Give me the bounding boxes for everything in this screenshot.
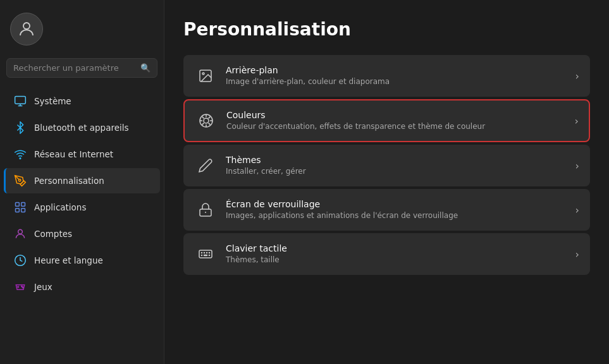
lock-screen-icon (194, 198, 217, 221)
brush-theme-icon (194, 154, 217, 177)
sidebar-label-reseau: Réseau et Internet (34, 149, 113, 159)
bluetooth-icon (14, 121, 27, 134)
item-title-themes: Thèmes (226, 155, 570, 165)
avatar-area (0, 13, 164, 58)
keyboard-icon (194, 243, 217, 265)
svg-rect-7 (22, 203, 25, 207)
image-icon (194, 64, 217, 87)
chevron-right-icon-themes: › (575, 160, 579, 172)
svg-rect-9 (22, 209, 25, 212)
svg-point-17 (202, 73, 204, 75)
item-text-ecran-verrouillage: Écran de verrouillage Images, applicatio… (226, 199, 570, 221)
sidebar-label-systeme: Système (34, 96, 71, 106)
sidebar-label-comptes: Comptes (34, 229, 72, 239)
chevron-right-icon: › (575, 70, 579, 82)
item-desc-ecran-verrouillage: Images, applications et animations de l'… (226, 210, 570, 221)
svg-point-10 (18, 229, 23, 234)
sidebar: 🔍 Système Bluetooth et appareils (0, 0, 164, 364)
item-text-clavier-tactile: Clavier tactile Thèmes, taille (226, 243, 570, 265)
person-icon (14, 228, 27, 240)
settings-list: Arrière-plan Image d'arrière-plan, coule… (183, 55, 590, 275)
sidebar-label-heure: Heure et langue (34, 255, 103, 265)
sidebar-item-reseau[interactable]: Réseau et Internet (4, 142, 160, 167)
settings-item-couleurs[interactable]: Couleurs Couleur d'accentuation, effets … (183, 99, 590, 142)
sidebar-item-comptes[interactable]: Comptes (4, 221, 160, 246)
settings-item-clavier-tactile[interactable]: Clavier tactile Thèmes, taille › (183, 233, 590, 275)
svg-rect-8 (16, 209, 20, 212)
item-desc-arriere-plan: Image d'arrière-plan, couleur et diapora… (226, 76, 570, 87)
item-title-clavier-tactile: Clavier tactile (226, 243, 570, 253)
sidebar-item-personnalisation[interactable]: Personnalisation (4, 168, 160, 193)
item-desc-couleurs: Couleur d'accentuation, effets de transp… (226, 121, 570, 132)
wifi-icon (14, 148, 27, 161)
nav-list: Système Bluetooth et appareils Réseau (0, 88, 164, 364)
svg-rect-22 (199, 250, 212, 258)
svg-rect-6 (16, 203, 20, 207)
gamepad-icon (14, 281, 27, 293)
svg-point-4 (20, 158, 21, 159)
sidebar-item-applications[interactable]: Applications (4, 195, 160, 220)
brush-icon (14, 174, 27, 187)
item-text-themes: Thèmes Installer, créer, gérer (226, 155, 570, 177)
avatar (10, 13, 43, 46)
apps-icon (14, 201, 27, 214)
svg-point-19 (204, 118, 209, 123)
page-title: Personnalisation (183, 19, 590, 40)
settings-item-themes[interactable]: Thèmes Installer, créer, gérer › (183, 145, 590, 186)
settings-item-ecran-verrouillage[interactable]: Écran de verrouillage Images, applicatio… (183, 189, 590, 231)
sidebar-label-personnalisation: Personnalisation (34, 176, 104, 186)
item-title-arriere-plan: Arrière-plan (226, 65, 570, 75)
chevron-right-icon-couleurs: › (575, 115, 579, 127)
item-text-arriere-plan: Arrière-plan Image d'arrière-plan, coule… (226, 65, 570, 87)
monitor-icon (14, 95, 27, 107)
sidebar-item-systeme[interactable]: Système (4, 88, 160, 114)
sidebar-item-bluetooth[interactable]: Bluetooth et appareils (4, 115, 160, 140)
sidebar-item-jeux[interactable]: Jeux (4, 274, 160, 300)
search-icon: 🔍 (140, 63, 151, 73)
sidebar-label-bluetooth: Bluetooth et appareils (34, 123, 129, 133)
search-box[interactable]: 🔍 (6, 58, 157, 78)
sidebar-label-jeux: Jeux (34, 282, 52, 292)
item-text-couleurs: Couleurs Couleur d'accentuation, effets … (226, 110, 570, 132)
item-desc-themes: Installer, créer, gérer (226, 166, 570, 177)
svg-point-5 (19, 179, 21, 181)
main-content: Personnalisation Arrière-plan Image d'ar… (164, 0, 609, 364)
item-desc-clavier-tactile: Thèmes, taille (226, 255, 570, 265)
search-input[interactable] (13, 63, 137, 73)
palette-icon (195, 109, 218, 132)
settings-item-arriere-plan[interactable]: Arrière-plan Image d'arrière-plan, coule… (183, 55, 590, 97)
svg-point-15 (22, 287, 23, 288)
chevron-right-icon-clavier: › (575, 248, 579, 260)
svg-point-0 (23, 23, 30, 29)
sidebar-label-applications: Applications (34, 202, 86, 212)
item-title-ecran-verrouillage: Écran de verrouillage (226, 199, 570, 209)
svg-rect-1 (15, 97, 26, 104)
item-title-couleurs: Couleurs (226, 110, 570, 120)
clock-icon (14, 254, 27, 267)
sidebar-item-heure[interactable]: Heure et langue (4, 248, 160, 273)
chevron-right-icon-ecran: › (575, 204, 579, 216)
